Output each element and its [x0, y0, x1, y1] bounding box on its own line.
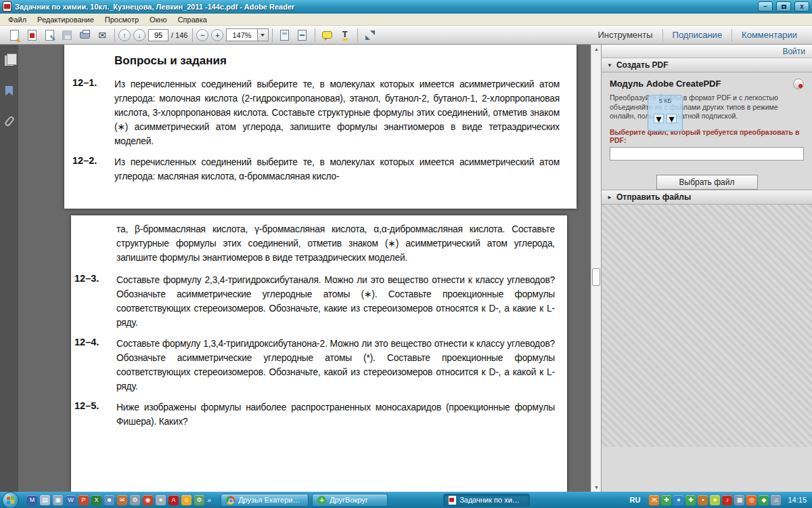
comment-button[interactable]: [319, 27, 336, 43]
tray-volume-red-icon[interactable]: ♪: [722, 495, 732, 505]
tray-green-cross-icon[interactable]: ✚: [661, 495, 671, 505]
toolbar-right-tabs: Инструменты Подписание Комментарии: [588, 26, 807, 44]
task-text: Составьте формулу 2,3,4-тригидроксибутан…: [116, 273, 555, 330]
ql-excel-icon[interactable]: X: [91, 495, 102, 505]
ql-mail-icon[interactable]: ✉: [117, 495, 127, 505]
tray-download-icon[interactable]: ◎: [746, 495, 757, 505]
tray-shield-icon[interactable]: ●: [710, 495, 720, 505]
toolbar-separator: [315, 28, 315, 42]
tray-green-cross-2-icon[interactable]: ✚: [685, 495, 696, 505]
pdf-document-icon: [449, 496, 456, 505]
expand-triangle-icon: ►: [607, 194, 612, 200]
ql-app-blue-icon[interactable]: M: [27, 495, 37, 505]
send-files-section-header[interactable]: ► Отправить файлы: [602, 190, 812, 205]
print-button[interactable]: [76, 27, 93, 43]
module-title: Модуль Adobe CreatePDF: [610, 79, 793, 89]
restore-button[interactable]: [776, 1, 791, 12]
zoom-in-button[interactable]: +: [211, 29, 223, 41]
page-thumbnails-panel-icon[interactable]: [5, 56, 14, 66]
sign-button[interactable]: [41, 27, 58, 43]
language-indicator[interactable]: RU: [630, 496, 641, 504]
ql-tools-icon[interactable]: ⚙: [130, 495, 140, 505]
tray-globe-icon[interactable]: ●: [673, 495, 683, 505]
ql-smiley-icon[interactable]: ☺: [181, 495, 191, 505]
ql-messenger-icon[interactable]: ☻: [104, 495, 114, 505]
email-button[interactable]: ✉: [93, 27, 111, 43]
system-tray: RU Ж✚●✚▪●♪▦◎◆♫ 14:15: [630, 495, 812, 505]
pdf-page-95-top: Вопросы и задания 12–1. Из перечисленных…: [64, 45, 577, 209]
tab-comments[interactable]: Комментарии: [732, 30, 807, 40]
scrollbar-thumb[interactable]: [592, 268, 600, 286]
login-bar: Войти: [602, 45, 812, 58]
tray-guard-icon[interactable]: Ж: [649, 495, 659, 505]
ql-notepad-icon[interactable]: ▤: [40, 495, 50, 505]
task-number: 12–3.: [74, 273, 116, 330]
taskbar-clock: 14:15: [788, 496, 807, 504]
highlight-button[interactable]: T: [336, 27, 354, 43]
zoom-dropdown-button[interactable]: [257, 29, 268, 41]
navigation-pane-strip: [0, 45, 18, 492]
scroll-up-arrow-icon[interactable]: ▲: [591, 45, 602, 54]
create-pdf-icon: [28, 30, 37, 41]
menu-help[interactable]: Справка: [173, 14, 212, 25]
tab-sign[interactable]: Подписание: [663, 30, 732, 40]
ql-powerpoint-icon[interactable]: P: [78, 495, 89, 505]
section-heading: Вопросы и задания: [114, 54, 560, 68]
create-pdf-button[interactable]: [23, 27, 41, 43]
start-button[interactable]: [2, 492, 19, 508]
ql-globe-icon[interactable]: ●: [156, 495, 166, 505]
scroll-down-arrow-icon[interactable]: ▼: [591, 483, 602, 492]
previous-page-button[interactable]: ↑: [118, 29, 131, 41]
tray-speaker-icon[interactable]: ♫: [771, 495, 781, 505]
task-item-12-4: 12–4. Составьте формулу 1,3,4-тригидрокс…: [74, 337, 555, 394]
open-file-icon: [10, 30, 19, 41]
tray-green-app-icon[interactable]: ◆: [759, 495, 769, 505]
ql-window-icon[interactable]: ▣: [53, 495, 63, 505]
main-area: Вопросы и задания 12–1. Из перечисленных…: [0, 45, 812, 492]
tray-case-icon[interactable]: ▪: [698, 495, 708, 505]
tab-tools[interactable]: Инструменты: [588, 30, 662, 40]
zoom-level-select[interactable]: 147%: [226, 28, 268, 41]
ql-antivirus-eye-icon[interactable]: ◉: [143, 495, 153, 505]
menu-window[interactable]: Окно: [144, 14, 173, 25]
scroll-mode-button[interactable]: [276, 27, 294, 43]
save-floppy-icon: [62, 30, 72, 40]
ql-word-icon[interactable]: W: [66, 495, 76, 505]
task-button-chrome[interactable]: Друзья Екатерины Тр...: [221, 494, 309, 507]
scroll-mode-icon: [280, 30, 289, 41]
menu-edit[interactable]: Редактирование: [32, 14, 99, 25]
zoom-out-button[interactable]: −: [196, 29, 208, 41]
create-pdf-section-header[interactable]: ▼ Создать PDF: [602, 58, 812, 72]
tray-network-icon[interactable]: ▦: [734, 495, 744, 505]
task-button-drugvokrug[interactable]: + ДругВокруг: [312, 494, 388, 507]
attachments-paperclip-icon[interactable]: [3, 115, 14, 127]
sign-in-link[interactable]: Войти: [782, 47, 805, 56]
adobe-pdf-app-icon: [3, 1, 12, 12]
fullscreen-button[interactable]: [361, 27, 379, 43]
fit-page-button[interactable]: [294, 27, 311, 43]
document-canvas[interactable]: Вопросы и задания 12–1. Из перечисленных…: [18, 45, 609, 492]
choose-file-button[interactable]: Выбрать файл: [656, 175, 758, 190]
bookmarks-panel-icon[interactable]: [5, 86, 13, 96]
vertical-scrollbar[interactable]: ▲ ▼: [591, 45, 601, 492]
next-page-button[interactable]: ↓: [133, 29, 145, 41]
minimize-button[interactable]: –: [758, 1, 773, 12]
task-item-12-1: 12–1. Из перечисленных соединений выбери…: [72, 77, 560, 148]
ql-acrobat-icon[interactable]: A: [168, 495, 179, 505]
close-button[interactable]: x: [794, 1, 809, 12]
task-text: Ниже изображены формулы наиболее распрос…: [116, 400, 555, 429]
page-number-input[interactable]: [148, 29, 168, 41]
menu-file[interactable]: Файл: [3, 14, 32, 25]
task-button-pdf-active[interactable]: Задачник по химии. 1...: [443, 494, 530, 507]
create-pdf-panel-body: Модуль Adobe CreatePDF Преобразуйте файл…: [602, 72, 812, 190]
chevron-down-icon: [261, 34, 265, 39]
file-path-input[interactable]: [610, 147, 804, 161]
menu-view[interactable]: Просмотр: [99, 14, 144, 25]
printer-icon: [80, 32, 90, 39]
task-label: Задачник по химии. 1...: [459, 496, 524, 504]
task-12-2-continuation: та, β-броммасляная кислота, γ-броммаслян…: [116, 222, 555, 265]
open-file-button[interactable]: [5, 27, 23, 43]
quick-launch-overflow-chevron[interactable]: »: [207, 496, 211, 504]
save-button[interactable]: [58, 27, 76, 43]
ql-gears-icon[interactable]: ⚙: [194, 495, 204, 505]
